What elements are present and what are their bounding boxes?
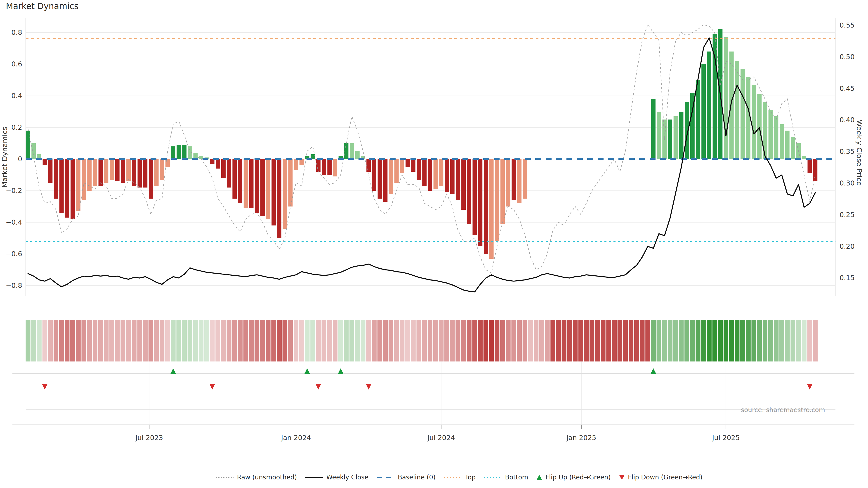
dynamics-bar bbox=[121, 159, 125, 183]
legend-label: Baseline (0) bbox=[398, 474, 436, 481]
heatmap-cell bbox=[137, 320, 142, 361]
heatmap-cell bbox=[757, 320, 762, 361]
tick-label: 0.2 bbox=[11, 123, 22, 131]
heatmap-cell bbox=[65, 320, 69, 361]
dynamics-bar bbox=[322, 159, 326, 175]
heatmap-cell bbox=[243, 320, 248, 361]
heatmap-cell bbox=[349, 320, 354, 361]
dynamics-bar bbox=[59, 159, 64, 213]
dynamics-bar bbox=[707, 52, 711, 159]
dynamics-bar bbox=[785, 131, 789, 159]
dynamics-bar bbox=[294, 159, 298, 170]
heatmap-cell bbox=[210, 320, 215, 361]
heatmap-cell bbox=[327, 320, 332, 361]
dynamics-bar bbox=[238, 159, 242, 203]
heatmap-cell bbox=[143, 320, 148, 361]
dynamics-bar bbox=[450, 159, 455, 194]
dynamics-bar bbox=[98, 159, 103, 186]
heatmap-cell bbox=[322, 320, 327, 361]
dynamics-bar bbox=[411, 159, 415, 172]
heatmap-cell bbox=[456, 320, 460, 361]
heatmap-cell bbox=[612, 320, 617, 361]
heatmap-cell bbox=[76, 320, 81, 361]
dynamics-bar bbox=[333, 159, 337, 176]
heatmap-cell bbox=[556, 320, 561, 361]
heatmap-cell bbox=[110, 320, 114, 361]
dynamics-bar bbox=[802, 156, 806, 159]
tick-label: 0.45 bbox=[839, 85, 855, 92]
dynamics-bar bbox=[730, 52, 734, 159]
heatmap-cell bbox=[645, 320, 650, 361]
heatmap-cell bbox=[227, 320, 231, 361]
tick-label: 0.50 bbox=[839, 53, 855, 61]
heatmap-cell bbox=[662, 320, 667, 361]
heatmap-cell bbox=[121, 320, 125, 361]
heatmap-cell bbox=[277, 320, 282, 361]
heatmap-cell bbox=[774, 320, 778, 361]
heatmap-cell bbox=[160, 320, 164, 361]
heatmap-cell bbox=[254, 320, 259, 361]
heatmap-cell bbox=[735, 320, 739, 361]
dynamics-bar bbox=[171, 147, 176, 159]
dynamics-bar bbox=[422, 159, 427, 186]
legend-item-baseline: Baseline (0) bbox=[376, 474, 436, 481]
dynamics-bar bbox=[428, 159, 432, 191]
dynamics-bar bbox=[43, 159, 47, 165]
dynamics-bar bbox=[232, 159, 237, 199]
dynamics-bar bbox=[383, 159, 388, 202]
heatmap-cell bbox=[48, 320, 53, 361]
page: { "title": "Market Dynamics", "source": … bbox=[0, 0, 868, 488]
heatmap-cell bbox=[439, 320, 443, 361]
dynamics-bar bbox=[48, 159, 53, 183]
heatmap-cell bbox=[54, 320, 58, 361]
heatmap-cell bbox=[690, 320, 695, 361]
dynamics-bar bbox=[484, 159, 488, 254]
heatmap-cell bbox=[182, 320, 187, 361]
left-axis-title: Market Dynamics bbox=[0, 117, 8, 198]
flip-up-marker bbox=[304, 368, 310, 374]
heatmap-cell bbox=[42, 320, 47, 361]
heatmap-cell bbox=[679, 320, 684, 361]
dynamics-bar bbox=[104, 159, 108, 183]
dynamics-bar bbox=[272, 159, 276, 225]
dynamics-bar bbox=[260, 159, 265, 216]
market-dynamics-chart: 0.80.60.40.20−0.2−0.4−0.6−0.80.550.500.4… bbox=[0, 0, 868, 488]
heatmap-cell bbox=[623, 320, 628, 361]
dynamics-bar bbox=[395, 159, 399, 183]
heatmap-cell bbox=[389, 320, 393, 361]
legend-item-flip-up: Flip Up (Red→Green) bbox=[536, 474, 611, 481]
dynamics-bar bbox=[735, 61, 739, 159]
dynamics-bar bbox=[249, 159, 254, 208]
dynamics-bar bbox=[37, 154, 41, 159]
dynamics-bar bbox=[82, 159, 86, 200]
heatmap-cell bbox=[779, 320, 784, 361]
tick-label: 0 bbox=[18, 155, 22, 163]
tick-label: −0.4 bbox=[6, 218, 22, 226]
heatmap-cell bbox=[126, 320, 131, 361]
dynamics-bar bbox=[467, 159, 471, 224]
tick-label: Jul 2023 bbox=[135, 434, 163, 442]
dynamics-bar bbox=[143, 159, 147, 188]
heatmap-cell bbox=[579, 320, 583, 361]
legend-item-flip-down: Flip Down (Green→Red) bbox=[618, 474, 703, 481]
heatmap-cell bbox=[528, 320, 533, 361]
heatmap-cell bbox=[132, 320, 136, 361]
dynamics-bar bbox=[500, 159, 505, 224]
flip-down-marker bbox=[42, 384, 48, 390]
heatmap-cell bbox=[400, 320, 404, 361]
heatmap-cell bbox=[98, 320, 103, 361]
tick-label: 0.55 bbox=[839, 21, 855, 29]
flip-up-marker bbox=[650, 368, 656, 374]
dynamics-bar bbox=[350, 143, 354, 159]
heatmap-cell bbox=[87, 320, 92, 361]
dynamics-bar bbox=[512, 159, 516, 200]
dynamics-bar bbox=[277, 159, 281, 238]
legend: Raw (unsmoothed) Weekly Close Baseline (… bbox=[0, 474, 868, 481]
dynamics-bar bbox=[389, 159, 393, 194]
legend-label: Bottom bbox=[505, 474, 528, 481]
legend-label: Flip Up (Red→Green) bbox=[546, 474, 611, 481]
heatmap-cell bbox=[696, 320, 701, 361]
dynamics-bar bbox=[138, 159, 142, 188]
tick-label: Jul 2025 bbox=[712, 434, 740, 442]
dynamics-bar bbox=[115, 159, 120, 181]
